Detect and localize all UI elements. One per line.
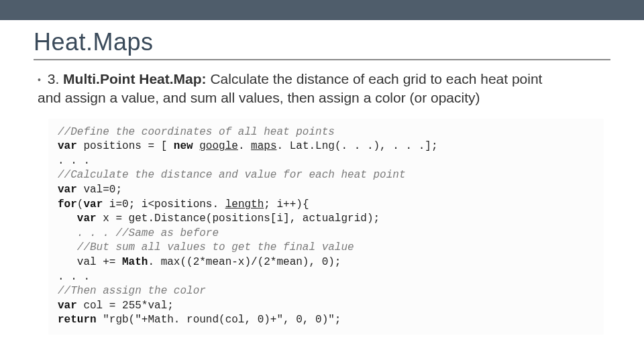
bullet-lead: Multi.Point Heat.Map: (63, 71, 207, 86)
code-line: for(var i=0; i<positions. length; i++){ (58, 198, 594, 213)
code-line: //Then assign the color (58, 284, 594, 299)
code-line: return "rgb("+Math. round(col, 0)+", 0, … (58, 313, 594, 328)
bullet-desc-1: Calculate the distance of each grid to e… (207, 71, 543, 86)
top-bar (0, 0, 644, 20)
code-block: //Define the coordinates of all heat poi… (48, 119, 604, 335)
code-line: var positions = [ new google. maps. Lat.… (58, 139, 594, 154)
code-line: val += Math. max((2*mean-x)/(2*mean), 0)… (58, 255, 594, 270)
code-line: //But sum all values to get the final va… (58, 241, 594, 255)
code-line: //Calculate the distance and value for e… (58, 168, 594, 183)
title-rule (34, 59, 610, 60)
code-line: //Define the coordinates of all heat poi… (58, 125, 594, 140)
bullet-number: 3. (48, 71, 60, 86)
code-line: . . . //Same as before (58, 227, 594, 241)
page-title: Heat.Maps (34, 28, 610, 56)
bullet-text: • 3. Multi.Point Heat.Map: Calculate the… (38, 70, 610, 108)
code-line: var val=0; (58, 183, 594, 198)
code-line: . . . (58, 270, 594, 285)
slide-content: Heat.Maps • 3. Multi.Point Heat.Map: Cal… (0, 28, 644, 335)
code-line: var x = get.Distance(positions[i], actua… (58, 212, 594, 227)
bullet-desc-2: and assign a value, and sum all values, … (38, 90, 480, 105)
code-line: . . . (58, 154, 594, 169)
code-line: var col = 255*val; (58, 299, 594, 314)
bullet-dot-icon: • (38, 74, 41, 85)
